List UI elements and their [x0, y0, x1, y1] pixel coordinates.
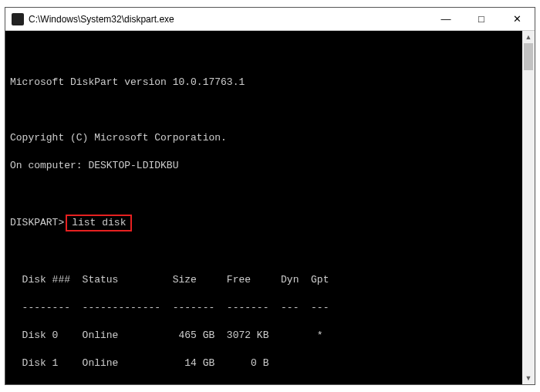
disk-row-1: Disk 1 Online 14 GB 0 B [10, 357, 518, 370]
prompt-text: DISKPART> [10, 217, 64, 228]
blank-line [10, 48, 518, 62]
app-window: C:\Windows\System32\diskpart.exe — □ ✕ M… [5, 7, 535, 385]
app-icon [12, 13, 24, 25]
blank-line [10, 245, 518, 259]
close-button[interactable]: ✕ [499, 8, 535, 30]
scroll-thumb[interactable] [524, 43, 533, 70]
scroll-track[interactable] [522, 43, 535, 372]
version-line: Microsoft DiskPart version 10.0.17763.1 [10, 76, 518, 90]
copyright-line: Copyright (C) Microsoft Corporation. [10, 131, 518, 145]
cmd-list-disk: list disk [66, 215, 132, 231]
title-bar[interactable]: C:\Windows\System32\diskpart.exe — □ ✕ [5, 8, 535, 31]
terminal-container: Microsoft DiskPart version 10.0.17763.1 … [5, 31, 535, 384]
blank-line [10, 103, 518, 117]
window-title: C:\Windows\System32\diskpart.exe [29, 14, 428, 25]
window-controls: — □ ✕ [428, 8, 535, 30]
computer-line: On computer: DESKTOP-LDIDKBU [10, 159, 518, 173]
vertical-scrollbar[interactable]: ▲ ▼ [522, 31, 535, 384]
disk-row-0: Disk 0 Online 465 GB 3072 KB * [10, 329, 518, 343]
blank-line [10, 187, 518, 201]
disk-table-separator: -------- ------------- ------- ------- -… [10, 301, 518, 315]
disk-table-header: Disk ### Status Size Free Dyn Gpt [10, 273, 518, 287]
minimize-button[interactable]: — [428, 8, 464, 30]
scroll-down-arrow[interactable]: ▼ [522, 372, 535, 384]
prompt-line-1: DISKPART>list disk [10, 215, 518, 231]
scroll-up-arrow[interactable]: ▲ [522, 31, 535, 43]
maximize-button[interactable]: □ [464, 8, 499, 30]
terminal-output[interactable]: Microsoft DiskPart version 10.0.17763.1 … [5, 31, 522, 384]
